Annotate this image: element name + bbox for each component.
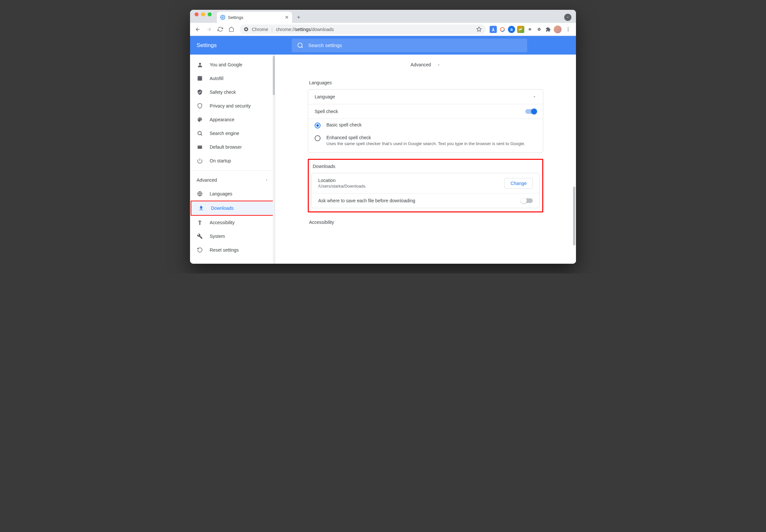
search-input[interactable] <box>308 42 522 48</box>
svg-point-15 <box>200 118 201 119</box>
spellcheck-label: Spell check <box>315 109 338 114</box>
annotation-highlight-box: Downloads <box>191 201 274 216</box>
address-bar[interactable]: Chrome | chrome://settings/downloads <box>240 25 486 34</box>
svg-point-10 <box>568 30 569 31</box>
extension-icon[interactable] <box>499 26 506 33</box>
extension-icon[interactable] <box>517 26 524 33</box>
tab-close-button[interactable]: ✕ <box>285 15 289 20</box>
sidebar-item-autofill[interactable]: Autofill <box>190 72 275 85</box>
sidebar-section-advanced[interactable]: Advanced <box>190 173 275 187</box>
extension-icon[interactable]: ✳ <box>526 26 533 33</box>
gear-icon <box>220 15 225 20</box>
sidebar-item-privacy[interactable]: Privacy and security <box>190 99 275 113</box>
new-tab-button[interactable]: + <box>294 13 303 22</box>
svg-point-16 <box>201 119 202 120</box>
restore-icon <box>197 247 203 253</box>
kebab-menu-icon[interactable] <box>563 25 573 34</box>
svg-point-11 <box>298 43 302 47</box>
sidebar-item-you-and-google[interactable]: You and Google <box>190 58 275 72</box>
sidebar-item-downloads[interactable]: Downloads <box>192 201 274 215</box>
advanced-heading-row[interactable]: Advanced <box>308 57 543 73</box>
svg-point-8 <box>568 27 569 28</box>
palette-icon <box>197 117 203 123</box>
browser-toolbar: Chrome | chrome://settings/downloads a ✳… <box>190 23 576 36</box>
extension-translate-icon[interactable] <box>490 26 497 33</box>
download-icon <box>198 205 205 211</box>
shield-icon <box>197 103 203 109</box>
svg-rect-19 <box>198 145 202 146</box>
change-location-button[interactable]: Change <box>504 178 533 189</box>
sidebar-item-label: Privacy and security <box>210 103 251 108</box>
svg-marker-5 <box>476 27 481 31</box>
sidebar-item-system[interactable]: System <box>190 229 275 243</box>
extension-icons: a ✳ ♻ <box>490 25 573 34</box>
language-label: Language <box>315 94 335 99</box>
ask-before-download-row: Ask where to save each file before downl… <box>312 193 539 208</box>
sidebar-item-label: Autofill <box>210 76 224 81</box>
back-button[interactable] <box>193 25 203 34</box>
search-tabs-button[interactable] <box>564 14 571 21</box>
window-minimize-button[interactable] <box>201 12 205 16</box>
search-icon <box>197 130 203 136</box>
section-title-accessibility: Accessibility <box>309 220 543 225</box>
sidebar-item-label: You and Google <box>210 62 242 67</box>
chevron-up-icon <box>265 178 268 182</box>
url-scheme-label: Chrome <box>252 27 268 32</box>
sidebar-item-accessibility[interactable]: Accessibility <box>190 216 275 229</box>
location-value: /Users/starka/Downloads <box>318 184 366 189</box>
browser-window: Settings ✕ + Chrome | chrome://settings/… <box>190 10 576 264</box>
location-label: Location <box>318 178 366 183</box>
bookmark-star-icon[interactable] <box>476 26 482 32</box>
spellcheck-toggle[interactable] <box>525 109 536 114</box>
page-title: Settings <box>197 42 217 49</box>
sidebar-item-label: Default browser <box>210 144 242 150</box>
clipboard-icon <box>197 75 203 81</box>
main-panel: Advanced Languages Language Spell check <box>275 55 576 264</box>
forward-button[interactable] <box>205 25 214 34</box>
window-close-button[interactable] <box>195 12 199 16</box>
basic-spellcheck-label: Basic spell check <box>326 122 361 127</box>
home-button[interactable] <box>227 25 236 34</box>
sidebar-item-label: System <box>210 234 225 239</box>
chrome-icon <box>244 27 249 32</box>
sidebar-item-on-startup[interactable]: On startup <box>190 154 275 168</box>
sidebar-item-reset[interactable]: Reset settings <box>190 243 275 257</box>
profile-avatar[interactable] <box>554 25 561 33</box>
power-icon <box>197 158 203 164</box>
browser-tab[interactable]: Settings ✕ <box>217 12 292 23</box>
sidebar-item-languages[interactable]: Languages <box>190 187 275 201</box>
sidebar-item-search-engine[interactable]: Search engine <box>190 126 275 140</box>
sidebar-item-appearance[interactable]: Appearance <box>190 113 275 126</box>
radio-enhanced[interactable] <box>315 135 321 141</box>
sidebar-item-label: Reset settings <box>210 247 239 253</box>
chevron-down-icon <box>532 95 536 99</box>
svg-point-21 <box>200 220 201 221</box>
sidebar-item-safety-check[interactable]: Safety check <box>190 85 275 99</box>
sidebar-item-label: Search engine <box>210 131 239 136</box>
svg-point-4 <box>245 28 247 30</box>
language-row[interactable]: Language <box>308 90 543 104</box>
enhanced-spellcheck-option[interactable]: Enhanced spell check Uses the same spell… <box>308 132 543 153</box>
languages-card: Language Spell check Basic spell check <box>308 89 543 153</box>
main-scrollbar[interactable] <box>573 56 575 264</box>
chevron-up-icon <box>437 63 441 67</box>
sidebar-scrollbar[interactable] <box>273 55 275 264</box>
extension-icon[interactable]: a <box>508 26 515 33</box>
ask-before-download-toggle[interactable] <box>522 198 533 203</box>
svg-point-12 <box>199 63 201 65</box>
sidebar-item-default-browser[interactable]: Default browser <box>190 140 275 154</box>
sidebar: You and Google Autofill Safety check Pri… <box>190 55 275 264</box>
window-zoom-button[interactable] <box>208 12 212 16</box>
downloads-card: Location /Users/starka/Downloads Change … <box>311 173 540 208</box>
sidebar-item-label: Downloads <box>211 206 234 211</box>
basic-spellcheck-option[interactable]: Basic spell check <box>308 119 543 132</box>
settings-search[interactable] <box>292 39 527 52</box>
sidebar-item-label: Accessibility <box>210 220 235 225</box>
radio-basic[interactable] <box>315 123 321 128</box>
tab-title: Settings <box>228 15 243 20</box>
reload-button[interactable] <box>216 25 225 34</box>
svg-point-13 <box>198 119 199 120</box>
extensions-puzzle-icon[interactable] <box>544 26 552 33</box>
extension-icon[interactable]: ♻ <box>535 26 542 33</box>
section-title-languages: Languages <box>309 80 543 85</box>
